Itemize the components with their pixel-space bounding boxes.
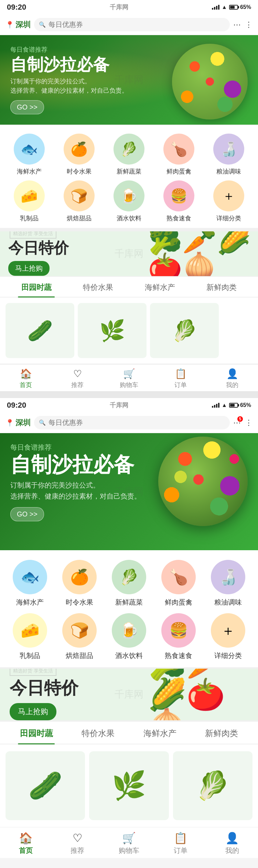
battery-pct-2: 65% (240, 402, 251, 408)
special-btn-1[interactable]: 马上抢购 (8, 261, 50, 276)
cat-label-meat: 鲜肉蛋禽 (166, 167, 191, 176)
cat2-circle-veggie: 🥬 (112, 560, 146, 594)
product-img2-cucumber: 🥒 (6, 751, 85, 820)
cat2-circle-drink: 🍺 (112, 613, 146, 648)
special-veg-deco-2: 🥦🥕🌽🍅🧅 (148, 669, 258, 720)
cat-item-fruit[interactable]: 🍊 时令水果 (55, 134, 103, 176)
menu-icon-2[interactable]: ⋮ (245, 418, 252, 427)
cat2-veggie[interactable]: 🥬 新鲜蔬菜 (106, 560, 152, 607)
cat-circle-grain: 🍶 (213, 134, 244, 165)
recommend-label-2: 推荐 (71, 846, 84, 855)
nav2-recommend[interactable]: ♡ 推荐 (52, 832, 103, 855)
cat2-circle-cooked: 🍔 (161, 613, 196, 648)
nav-icons-2: ⋯ 5 ⋮ (233, 418, 252, 427)
product-img-veggie2: 🥬 (150, 303, 219, 358)
cat-item-meat[interactable]: 🍗 鲜肉蛋禽 (155, 134, 203, 176)
tab2-seafood[interactable]: 海鲜水产 (129, 722, 191, 744)
nav-cart-1[interactable]: 🛒 购物车 (103, 368, 155, 389)
notification-badge-2: 5 (237, 416, 243, 422)
cat-label-drink: 酒水饮料 (117, 214, 141, 222)
cat2-meat[interactable]: 🍗 鲜肉蛋禽 (155, 560, 202, 607)
cat-item-drink[interactable]: 🍺 酒水饮料 (105, 180, 152, 222)
cat2-drink[interactable]: 🍺 酒水饮料 (106, 613, 152, 660)
hero-btn-2[interactable]: GO >> (10, 507, 44, 521)
more-icon-1[interactable]: ⋯ (233, 20, 241, 29)
category-section-1: 🐟 海鲜水产 🍊 时令水果 🥬 新鲜蔬菜 🍗 鲜肉蛋禽 🍶 粮油调味 🧀 (0, 125, 258, 228)
wifi-icon: ▲ (222, 4, 227, 10)
nav-order-1[interactable]: 📋 订单 (155, 368, 206, 389)
nav-profile-1[interactable]: 👤 我的 (206, 368, 258, 389)
search-input-1[interactable] (49, 21, 225, 29)
cat2-label-dairy: 乳制品 (20, 651, 40, 660)
search-box-2[interactable]: 🔍 (34, 416, 230, 429)
nav-recommend-1[interactable]: ♡ 推荐 (52, 368, 103, 389)
product-card-herb[interactable]: 🌿 (78, 303, 147, 358)
cat2-grain[interactable]: 🍶 粮油调味 (205, 560, 251, 607)
cat-item-cooked[interactable]: 🍔 熟食速食 (155, 180, 203, 222)
product-card-cucumber[interactable]: 🥒 (6, 303, 74, 358)
cat-item-grain[interactable]: 🍶 粮油调味 (205, 134, 252, 176)
nav2-profile[interactable]: 👤 我的 (206, 832, 258, 855)
tab2-garden[interactable]: 田园时蔬 (6, 722, 67, 744)
cat2-fruit[interactable]: 🍊 时令水果 (56, 560, 103, 607)
product-row-1: 🥒 🌿 🥬 (0, 297, 258, 364)
cat2-label-fruit: 时令水果 (66, 598, 93, 607)
nav2-home[interactable]: 🏠 首页 (0, 832, 52, 855)
cat2-bake[interactable]: 🍞 烘焙甜品 (56, 613, 103, 660)
cat2-cooked[interactable]: 🍔 熟食速食 (155, 613, 202, 660)
tab-fruit-1[interactable]: 特价水果 (67, 277, 129, 297)
more-icon-2[interactable]: ⋯ 5 (233, 418, 241, 427)
cat-item-seafood[interactable]: 🐟 海鲜水产 (6, 134, 53, 176)
nav2-cart[interactable]: 🛒 购物车 (103, 832, 155, 855)
hero-subtitle-2: 订制属于你的完美沙拉公式。 选择营养、健康的沙拉素材，对自己负责。 (10, 480, 248, 502)
home-icon-1: 🏠 (20, 368, 32, 379)
menu-icon-1[interactable]: ⋮ (245, 20, 252, 29)
cat-label-fruit: 时令水果 (67, 167, 92, 176)
search-input-2[interactable] (49, 419, 225, 427)
location-2[interactable]: 📍 深圳 (6, 418, 31, 428)
tabs-section-2: 田园时蔬 特价水果 海鲜水产 新鲜肉类 🥒 🌿 🥬 (0, 722, 258, 827)
nav2-order[interactable]: 📋 订单 (155, 832, 206, 855)
home-label-1: 首页 (20, 381, 32, 389)
product-card2-herb[interactable]: 🌿 (89, 751, 169, 820)
signal-icon-2 (212, 403, 219, 408)
tab2-fruit[interactable]: 特价水果 (67, 722, 129, 744)
nav-bar-1: 📍 深圳 🔍 ⋯ ⋮ (0, 14, 258, 35)
cat2-seafood[interactable]: 🐟 海鲜水产 (7, 560, 53, 607)
cat-item-bake[interactable]: 🍞 烘焙甜品 (55, 180, 103, 222)
cat-item-more[interactable]: ＋ 详细分类 (205, 180, 252, 222)
cat2-circle-fruit: 🍊 (62, 560, 97, 594)
hero-banner-1: 每日食谱推荐 自制沙拉必备 订制属于你的完美沙拉公式。 选择营养、健康的沙拉素材… (0, 35, 258, 125)
watermark-special-2: 千库网 (115, 688, 143, 701)
cat-item-veggie[interactable]: 🥬 新鲜蔬菜 (105, 134, 152, 176)
cat-label-bake: 烘焙甜品 (67, 214, 92, 222)
special-btn-2[interactable]: 马上抢购 (10, 703, 56, 720)
nav-home-1[interactable]: 🏠 首页 (0, 368, 52, 389)
cat2-more[interactable]: ＋ 详细分类 (205, 613, 251, 660)
hero-btn-1[interactable]: GO >> (10, 100, 44, 114)
cat-circle-meat: 🍗 (163, 134, 194, 165)
cat2-circle-seafood: 🐟 (13, 560, 47, 594)
tab-garden-1[interactable]: 田园时蔬 (6, 277, 67, 297)
cat-circle-drink: 🍺 (114, 180, 144, 211)
tab2-meat[interactable]: 新鲜肉类 (191, 722, 253, 744)
order-icon-2: 📋 (174, 832, 187, 845)
search-box-1[interactable]: 🔍 (34, 18, 230, 31)
status-bar-1: 09:20 千库网 ▲ 65% (0, 0, 258, 14)
battery-icon (229, 5, 238, 10)
product-card-veggie2[interactable]: 🥬 (150, 303, 219, 358)
cat-item-dairy[interactable]: 🧀 乳制品 (6, 180, 53, 222)
product-card2-cucumber[interactable]: 🥒 (6, 751, 85, 820)
tab-seafood-1[interactable]: 海鲜水产 (129, 277, 191, 297)
tab-meat-1[interactable]: 新鲜肉类 (191, 277, 253, 297)
cat-label-seafood: 海鲜水产 (17, 167, 42, 176)
cart-icon-1: 🛒 (123, 368, 135, 379)
product-row-2: 🥒 🌿 🥬 (0, 744, 258, 827)
cat2-circle-meat: 🍗 (161, 560, 196, 594)
profile-label-1: 我的 (226, 381, 238, 389)
cat2-dairy[interactable]: 🧀 乳制品 (7, 613, 53, 660)
special-banner-1: 精选好货 享受生活 今日特价 马上抢购 🥦🥕🌽🍅🧅 千库网 (0, 231, 258, 276)
location-1[interactable]: 📍 深圳 (6, 20, 31, 30)
product-card2-bok[interactable]: 🥬 (173, 751, 252, 820)
category-grid-2: 🐟 海鲜水产 🍊 时令水果 🥬 新鲜蔬菜 🍗 鲜肉蛋禽 🍶 粮油调味 🧀 (7, 560, 251, 660)
